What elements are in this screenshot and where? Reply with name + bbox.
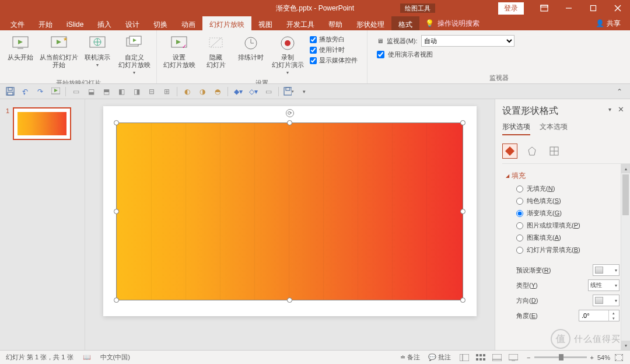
effects-icon[interactable] (524, 144, 540, 159)
custom-show-button[interactable]: 自定义 幻灯片放映 ▾ (116, 33, 153, 76)
tab-animations[interactable]: 动画 (174, 16, 202, 30)
from-current-button[interactable]: ★ 从当前幻灯片 开始 (38, 33, 79, 70)
qat-icon-3[interactable]: ⬒ (101, 86, 111, 97)
section-fill[interactable]: ◢填充 (506, 169, 620, 184)
sorter-view-icon[interactable] (475, 354, 486, 362)
save-icon[interactable] (5, 86, 15, 97)
present-online-button[interactable]: 联机演示 ▾ (80, 33, 114, 69)
tab-file[interactable]: 文件 (4, 16, 32, 30)
qat-icon-5[interactable]: ◨ (131, 86, 142, 97)
minimize-icon[interactable] (556, 0, 581, 16)
status-slide-count[interactable]: 幻灯片 第 1 张，共 1 张 (6, 353, 74, 362)
ribbon-display-options-icon[interactable] (532, 0, 556, 16)
redo-icon[interactable]: ↷ (35, 86, 46, 97)
slide-canvas[interactable]: ⟳ (85, 99, 495, 350)
undo-icon[interactable]: ↶▾ (20, 86, 30, 97)
notes-button[interactable]: ≐ 备注 (400, 353, 420, 362)
zoom-out-icon[interactable]: − (527, 354, 530, 361)
radio-gradient-fill[interactable]: 渐变填充(G) (516, 209, 620, 218)
close-icon[interactable] (606, 0, 630, 16)
tell-me[interactable]: 💡 操作说明搜索 (419, 16, 485, 30)
radio-pattern-fill[interactable]: 图案填充(A) (516, 233, 620, 242)
resize-handle[interactable] (287, 298, 292, 303)
direction-dropdown[interactable]: ▾ (593, 295, 620, 306)
scroll-up-icon[interactable]: ▴ (621, 164, 630, 173)
tab-slideshow[interactable]: 幻灯片放映 (202, 16, 251, 30)
tab-islide[interactable]: iSlide (60, 16, 90, 30)
tab-format[interactable]: 格式 (391, 16, 419, 30)
qat-customize-icon[interactable]: ▾ (299, 86, 309, 97)
from-beginning-button[interactable]: 从头开始 (4, 33, 37, 62)
rotate-handle-icon[interactable]: ⟳ (286, 109, 294, 117)
radio-picture-fill[interactable]: 图片或纹理填充(P) (516, 221, 620, 230)
monitor-select[interactable]: 自动 (421, 35, 514, 47)
preset-gradient-dropdown[interactable]: ▾ (593, 264, 620, 276)
pane-tab-shape[interactable]: 形状选项 (502, 122, 530, 135)
radio-solid-fill[interactable]: 纯色填充(S) (516, 197, 620, 205)
spellcheck-icon[interactable]: 📖 (82, 354, 92, 362)
qat-icon-13[interactable]: ▭ (263, 86, 274, 97)
fill-line-icon[interactable] (502, 144, 517, 159)
scroll-thumb[interactable] (622, 174, 629, 215)
gradient-rectangle-shape[interactable]: ⟳ (116, 123, 463, 300)
resize-handle[interactable] (460, 209, 466, 214)
normal-view-icon[interactable] (459, 354, 470, 362)
zoom-in-icon[interactable]: + (590, 354, 594, 361)
zoom-value[interactable]: 54% (597, 354, 610, 361)
radio-no-fill[interactable]: 无填充(N) (516, 184, 620, 193)
slide-thumb-1[interactable] (13, 107, 71, 140)
status-language[interactable]: 中文(中国) (100, 353, 130, 362)
qat-icon-7[interactable]: ⊞ (162, 86, 172, 97)
tab-design[interactable]: 设计 (118, 16, 146, 30)
radio-slide-bg-fill[interactable]: 幻灯片背景填充(B) (516, 246, 620, 254)
tab-developer[interactable]: 开发工具 (279, 16, 321, 30)
qat-icon-8[interactable]: ◐ (182, 86, 192, 97)
chk-narration[interactable]: 播放旁白 (310, 35, 358, 44)
size-props-icon[interactable] (547, 144, 562, 159)
slideshow-view-icon[interactable] (508, 354, 519, 362)
record-button[interactable]: 录制 幻灯片演示 ▾ (269, 33, 306, 76)
resize-handle[interactable] (460, 120, 466, 125)
share-button[interactable]: 👤 共享 (586, 16, 630, 30)
comments-button[interactable]: 💬 批注 (428, 353, 451, 362)
resize-handle[interactable] (287, 120, 292, 125)
tab-view[interactable]: 视图 (251, 16, 279, 30)
start-from-begin-icon[interactable] (50, 86, 61, 97)
tab-help[interactable]: 帮助 (321, 16, 349, 30)
type-dropdown[interactable]: 线性▾ (588, 279, 620, 291)
resize-handle[interactable] (114, 209, 119, 214)
pane-scrollbar[interactable]: ▴ ▾ (621, 164, 630, 350)
pane-tab-text[interactable]: 文本选项 (540, 122, 568, 135)
tab-transitions[interactable]: 切换 (146, 16, 174, 30)
angle-input[interactable]: ▴▾ (579, 310, 620, 321)
qat-save-icon2[interactable]: ▾ (284, 86, 294, 97)
scroll-down-icon[interactable]: ▾ (621, 341, 630, 350)
qat-icon-9[interactable]: ◑ (197, 86, 208, 97)
tab-insert[interactable]: 插入 (90, 16, 118, 30)
setup-show-button[interactable]: ✓ 设置 幻灯片放映 (160, 33, 198, 70)
qat-icon-11[interactable]: ◆▾ (233, 86, 243, 97)
fit-to-window-icon[interactable] (614, 354, 624, 362)
hide-slide-button[interactable]: 隐藏 幻灯片 (199, 33, 233, 70)
reading-view-icon[interactable] (492, 354, 502, 362)
maximize-icon[interactable] (581, 0, 606, 16)
resize-handle[interactable] (460, 298, 466, 303)
pane-close-icon[interactable]: ✕ (618, 105, 624, 114)
spin-up-icon[interactable]: ▴ (609, 310, 618, 316)
resize-handle[interactable] (114, 120, 119, 125)
chk-media[interactable]: 显示媒体控件 (310, 56, 358, 65)
collapse-ribbon-icon[interactable]: ⌃ (614, 88, 625, 96)
qat-icon-2[interactable]: ⬓ (86, 86, 96, 97)
login-button[interactable]: 登录 (498, 2, 524, 15)
tab-home[interactable]: 开始 (32, 16, 60, 30)
qat-icon-10[interactable]: ◓ (212, 86, 223, 97)
rehearse-button[interactable]: 排练计时 (234, 33, 268, 62)
zoom-slider[interactable] (534, 356, 587, 358)
chk-timings[interactable]: 使用计时 (310, 46, 358, 54)
qat-icon-1[interactable]: ▭ (71, 86, 81, 97)
qat-icon-4[interactable]: ◧ (116, 86, 127, 97)
resize-handle[interactable] (114, 298, 119, 303)
qat-icon-12[interactable]: ◇▾ (248, 86, 258, 97)
pane-options-icon[interactable]: ▾ (608, 106, 611, 113)
spin-down-icon[interactable]: ▾ (609, 316, 618, 321)
